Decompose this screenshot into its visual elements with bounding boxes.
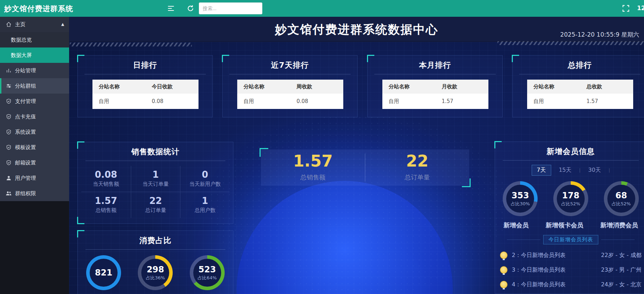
donut-chart: 68占比52% [604, 181, 639, 216]
member-text: 3：今日新增会员列表 [512, 266, 601, 274]
sidebar-item-system-settings[interactable]: 系统设置 [0, 124, 69, 140]
cell-name: 自用 [382, 98, 435, 105]
sidebar-item-card-recharge[interactable]: 点卡充值 [0, 109, 69, 124]
cell-value: 1.57 [580, 98, 633, 104]
dots-texture [209, 115, 509, 294]
sidebar-item-substation-groups[interactable]: 分站群组 [0, 78, 69, 94]
sidebar-item-label: 数据总览 [11, 32, 32, 47]
stat-value: 0.08 [81, 169, 131, 180]
today-member-list-button[interactable]: 今日新增会员列表 [543, 235, 598, 244]
sidebar-item-mail-settings[interactable]: 邮箱设置 [0, 155, 69, 170]
sidebar-item-group-permissions[interactable]: 群组权限 [0, 186, 69, 201]
sales-stats-title: 销售数据统计 [78, 142, 233, 157]
rank-table: 分站名称 今日收款 自用 0.08 [92, 80, 199, 109]
member-list-header: 今日新增会员列表 [495, 235, 644, 244]
donut-value: 298 [147, 265, 164, 274]
data-screen: 妙文馆付费进群系统数据中心 2025-12-20 10:55:9 星期六 日排行… [69, 17, 644, 294]
sidebar-item-label: 分站群组 [15, 78, 36, 94]
users-icon [6, 190, 12, 197]
shield-check-icon [6, 98, 12, 104]
donut-label: 新增领卡会员 [546, 221, 583, 229]
rank-table-header: 分站名称 月收款 [382, 80, 488, 94]
cell-name: 自用 [92, 98, 145, 105]
rank-table-row: 自用 0.08 [92, 94, 199, 109]
bulb-icon [500, 266, 508, 274]
sidebar-item-template-settings[interactable]: 模板设置 [0, 140, 69, 155]
rank-table: 分站名称 总收款 自用 1.57 [527, 80, 633, 109]
bulb-icon [500, 251, 508, 259]
donut-sub: 占比30% [511, 201, 530, 207]
screen-header: 妙文馆付费进群系统数据中心 2025-12-20 10:55:9 星期六 [69, 17, 644, 42]
fullscreen-icon[interactable] [622, 4, 630, 13]
divider [519, 74, 640, 74]
cell-name: 自用 [527, 98, 580, 105]
divider [507, 240, 540, 240]
sales-stats-grid: 0.08当天销售额 1当天订单量 0当天新用户数 1.57总销售额 22总订单量… [81, 166, 230, 218]
username[interactable]: 123 [637, 5, 644, 12]
donut-sub: 占比36% [146, 275, 165, 281]
divider [503, 160, 639, 161]
consumption-donuts: 821 298占比36% 523占比64% [78, 255, 233, 290]
search-input[interactable] [199, 2, 262, 14]
screen-datetime: 2025-12-20 10:55:9 星期六 [560, 31, 639, 39]
divider [374, 74, 495, 74]
stat-label: 总销售额 [81, 207, 131, 214]
stat-cell: 1.57总销售额 [81, 192, 131, 218]
donut-sub: 占比52% [612, 201, 631, 207]
collapse-menu-icon[interactable] [167, 4, 175, 13]
divider [85, 161, 225, 161]
sidebar: 主页 ▲ 数据总览 数据大屏 分站管理 分站群组 支付管理 点卡充值 系统设置 … [0, 17, 69, 294]
divider: | [608, 168, 610, 173]
sidebar-item-home[interactable]: 主页 ▲ [0, 17, 69, 32]
divider [601, 240, 635, 240]
col-name: 分站名称 [237, 83, 290, 90]
stat-value: 1.57 [81, 196, 131, 206]
total-sales-value: 1.57 [261, 152, 365, 170]
member-meta: 24岁 - 女 - 北京 [601, 281, 642, 288]
home-icon [6, 21, 12, 28]
sidebar-item-data-screen[interactable]: 数据大屏 [0, 47, 69, 63]
sidebar-item-data-overview[interactable]: 数据总览 [0, 32, 69, 47]
new-members-title: 新增会员信息 [495, 142, 644, 157]
list-item: 2：今日新增会员列表 22岁 - 女 - 成都 [500, 248, 642, 263]
sidebar-item-label: 点卡充值 [15, 109, 36, 124]
refresh-icon[interactable] [186, 4, 195, 13]
donut-chart: 353占比30% [503, 181, 538, 216]
shield-check-icon [6, 113, 12, 120]
sidebar-item-substation-manage[interactable]: 分站管理 [0, 63, 69, 78]
rank-table-row: 自用 1.57 [382, 94, 488, 109]
stat-label: 当天订单量 [131, 181, 180, 188]
donut-label: 新增会员 [503, 221, 529, 229]
tab-30days[interactable]: 30天 [583, 165, 606, 175]
stat-label: 总用户数 [180, 207, 230, 214]
stat-value: 1 [180, 196, 230, 206]
rank-card-daily: 日排行 分站名称 今日收款 自用 0.08 [77, 55, 213, 117]
sidebar-item-label: 群组权限 [15, 186, 36, 201]
hatch-decoration-right [497, 41, 644, 45]
sidebar-item-label: 系统设置 [15, 124, 36, 140]
globe-graphic [237, 181, 453, 294]
consumption-title: 消费占比 [78, 231, 233, 246]
tab-7days[interactable]: 7天 [532, 165, 551, 176]
stat-cell: 0当天新用户数 [180, 166, 230, 192]
shield-check-icon [6, 144, 12, 150]
donut-sub: 占比64% [197, 275, 217, 281]
donut-value: 523 [199, 265, 216, 274]
donut-value: 68 [615, 191, 627, 200]
total-orders-label: 总订单量 [365, 173, 469, 182]
divider [229, 74, 350, 74]
sidebar-item-payment-manage[interactable]: 支付管理 [0, 94, 69, 109]
member-meta: 23岁 - 男 - 广州 [601, 266, 642, 274]
member-list: 2：今日新增会员列表 22岁 - 女 - 成都 3：今日新增会员列表 23岁 -… [500, 248, 642, 292]
stat-cell: 0.08当天销售额 [81, 166, 131, 192]
rank-card-7days: 近7天排行 分站名称 周收款 自用 0.08 [222, 55, 358, 117]
sidebar-item-user-manage[interactable]: 用户管理 [0, 170, 69, 186]
total-orders-value: 22 [365, 152, 469, 170]
col-value: 总收款 [580, 83, 633, 90]
donut-value: 178 [562, 191, 579, 200]
total-sales-label: 总销售额 [261, 173, 365, 182]
col-value: 月收款 [435, 83, 488, 90]
user-icon [6, 175, 12, 181]
tab-15days[interactable]: 15天 [554, 165, 576, 175]
member-donut-labels: 新增会员 新增领卡会员 新增消费会员 [495, 221, 644, 229]
